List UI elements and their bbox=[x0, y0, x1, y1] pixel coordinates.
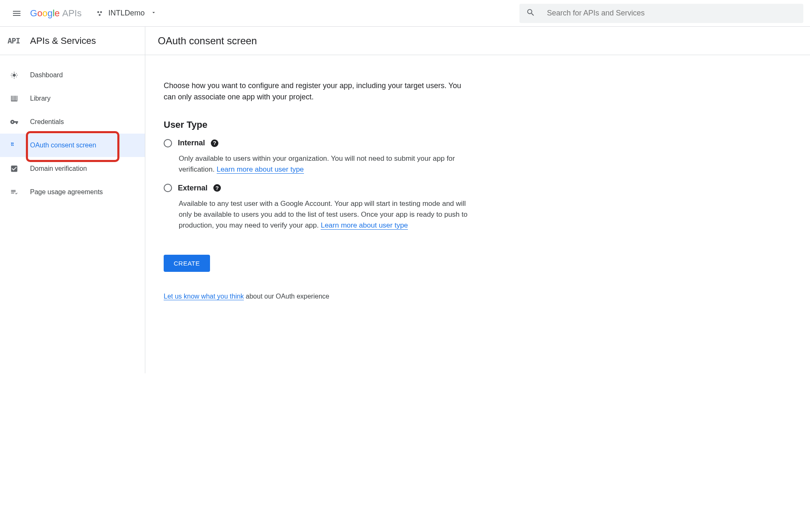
sidebar-item-label: Page usage agreements bbox=[30, 188, 103, 196]
svg-rect-7 bbox=[11, 142, 12, 143]
create-button[interactable]: CREATE bbox=[164, 255, 210, 272]
svg-point-5 bbox=[11, 145, 13, 146]
learn-more-link[interactable]: Learn more about user type bbox=[217, 165, 304, 174]
sidebar-item-label: Dashboard bbox=[30, 71, 63, 79]
svg-rect-8 bbox=[13, 142, 13, 143]
google-apis-logo[interactable]: Google APIs bbox=[30, 8, 81, 19]
menu-icon[interactable] bbox=[7, 3, 27, 23]
radio-external[interactable] bbox=[164, 184, 172, 192]
radio-label-external: External bbox=[178, 184, 208, 193]
chevron-down-icon bbox=[151, 10, 157, 17]
sidebar-header: API APIs & Services bbox=[0, 27, 145, 55]
svg-point-1 bbox=[100, 11, 102, 13]
help-icon[interactable]: ? bbox=[213, 184, 221, 192]
page-title: OAuth consent screen bbox=[158, 35, 257, 47]
project-name: INTLDemo bbox=[108, 9, 144, 18]
sidebar-title: APIs & Services bbox=[30, 35, 96, 46]
feedback-link[interactable]: Let us know what you think bbox=[164, 293, 244, 300]
internal-description: Only available to users within your orga… bbox=[179, 153, 471, 175]
dashboard-icon bbox=[9, 70, 19, 80]
feedback-text: Let us know what you think about our OAu… bbox=[164, 293, 471, 300]
key-icon bbox=[9, 117, 19, 127]
consent-icon bbox=[9, 140, 19, 150]
check-icon bbox=[9, 164, 19, 174]
sidebar-item-page-usage[interactable]: Page usage agreements bbox=[0, 180, 145, 204]
option-internal: Internal ? Only available to users withi… bbox=[164, 139, 471, 175]
svg-point-6 bbox=[13, 145, 14, 146]
project-icon bbox=[96, 9, 104, 18]
radio-label-internal: Internal bbox=[178, 139, 205, 147]
learn-more-link[interactable]: Learn more about user type bbox=[321, 221, 408, 230]
svg-point-2 bbox=[99, 14, 101, 16]
option-external: External ? Available to any test user wi… bbox=[164, 184, 471, 231]
intro-text: Choose how you want to configure and reg… bbox=[164, 80, 471, 103]
search-icon bbox=[526, 8, 547, 19]
library-icon bbox=[9, 94, 19, 104]
svg-rect-9 bbox=[11, 144, 12, 145]
sidebar-item-credentials[interactable]: Credentials bbox=[0, 110, 145, 134]
sidebar-item-oauth-consent[interactable]: OAuth consent screen bbox=[0, 134, 145, 157]
svg-point-0 bbox=[97, 11, 99, 13]
user-type-heading: User Type bbox=[164, 119, 471, 130]
radio-internal[interactable] bbox=[164, 139, 172, 147]
logo-apis-label: APIs bbox=[62, 8, 81, 19]
external-description: Available to any test user with a Google… bbox=[179, 198, 471, 231]
agreements-icon bbox=[9, 187, 19, 197]
search-box[interactable] bbox=[519, 4, 803, 23]
sidebar-item-label: Domain verification bbox=[30, 165, 87, 172]
sidebar-item-domain-verification[interactable]: Domain verification bbox=[0, 157, 145, 180]
sidebar-item-library[interactable]: Library bbox=[0, 87, 145, 110]
feedback-rest: about our OAuth experience bbox=[244, 293, 329, 300]
help-icon[interactable]: ? bbox=[211, 139, 218, 147]
sidebar-item-label: Credentials bbox=[30, 118, 64, 126]
api-icon: API bbox=[8, 36, 23, 45]
svg-rect-10 bbox=[13, 144, 13, 145]
sidebar-item-label: OAuth consent screen bbox=[30, 142, 96, 149]
sidebar-item-label: Library bbox=[30, 95, 51, 102]
project-selector[interactable]: INTLDemo bbox=[91, 6, 160, 20]
sidebar-item-dashboard[interactable]: Dashboard bbox=[0, 63, 145, 87]
search-input[interactable] bbox=[547, 9, 797, 18]
